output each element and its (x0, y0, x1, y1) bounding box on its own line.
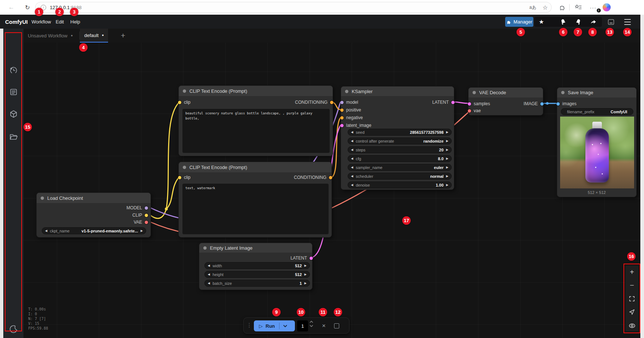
input-images[interactable]: images (556, 101, 577, 107)
widget-sampler-name[interactable]: ◀ sampler_name euler ▶ (348, 164, 452, 171)
run-button[interactable]: ▷ Run (254, 320, 295, 331)
widget-increment-icon[interactable]: ▶ (446, 184, 448, 187)
node-clip-text-encode-negative[interactable]: CLIP Text Encode (Prompt) clip CONDITION… (178, 162, 332, 238)
widget-decrement-icon[interactable]: ◀ (351, 131, 353, 134)
widget-steps[interactable]: ◀ steps 20 ▶ (348, 146, 452, 153)
widget-decrement-icon[interactable]: ◀ (351, 184, 353, 187)
node-titlebar[interactable]: KSampler (341, 87, 454, 96)
fit-view-icon[interactable] (625, 293, 639, 305)
conditioning-slot-dot[interactable] (340, 116, 344, 120)
vae-slot-dot[interactable] (468, 109, 471, 113)
output-model[interactable]: MODEL (126, 205, 148, 211)
widget-seed[interactable]: ◀ seed 285615773257598 ▶ (348, 129, 452, 136)
browser-back-icon[interactable]: ← (7, 0, 16, 15)
hamburger-menu-icon[interactable] (622, 17, 633, 27)
widget-increment-icon[interactable]: ▶ (446, 140, 448, 143)
zoom-in-icon[interactable]: + (625, 266, 639, 278)
queue-history-icon[interactable] (3, 64, 23, 77)
clip-slot-dot[interactable] (178, 101, 181, 104)
latent-slot-dot[interactable] (451, 101, 455, 104)
tab-default[interactable]: default ● (80, 29, 108, 43)
stepper-down-icon[interactable] (310, 325, 313, 327)
output-conditioning[interactable]: CONDITIONING (295, 99, 333, 105)
prompt-textarea[interactable]: beautiful scenery nature glass bottle la… (182, 109, 330, 153)
widget-increment-icon[interactable]: ▶ (446, 148, 448, 151)
widget-control-after-generate[interactable]: ◀ control after generate randomize ▶ (348, 137, 452, 144)
input-model[interactable]: model (340, 99, 358, 105)
image-slot-dot[interactable] (556, 102, 560, 106)
widget-decrement-icon[interactable]: ◀ (351, 166, 353, 169)
widget-height[interactable]: ◀ height 512 ▶ (204, 271, 310, 278)
favorites-star-icon[interactable]: ★ (537, 17, 546, 27)
batch-count-stepper[interactable] (310, 321, 313, 327)
tab-unsaved-workflow[interactable]: Unsaved Workflow ● (23, 29, 77, 43)
node-titlebar[interactable]: CLIP Text Encode (Prompt) (179, 162, 332, 172)
collapse-dot-icon[interactable] (183, 166, 186, 169)
node-empty-latent-image[interactable]: Empty Latent Image LATENT ◀ width 512 ▶ … (199, 243, 312, 290)
new-tab-button[interactable]: + (116, 29, 130, 43)
widget-scheduler[interactable]: ◀ scheduler normal ▶ (348, 173, 452, 180)
manager-button[interactable]: Manager (505, 17, 533, 27)
output-conditioning[interactable]: CONDITIONING (294, 174, 332, 180)
collapse-dot-icon[interactable] (345, 90, 348, 93)
input-vae[interactable]: vae (468, 108, 481, 114)
latent-slot-dot[interactable] (310, 257, 313, 260)
generated-image-preview[interactable] (560, 117, 634, 188)
stop-icon[interactable] (334, 323, 339, 328)
favorite-star-icon[interactable]: ☆ (543, 4, 548, 11)
widget-decrement-icon[interactable]: ◀ (351, 175, 353, 178)
collapse-dot-icon[interactable] (183, 89, 186, 93)
input-positive[interactable]: positive (340, 107, 361, 113)
notification-bell-icon[interactable] (558, 17, 568, 27)
node-save-image[interactable]: Save Image images filename_prefix ComfyU… (557, 87, 637, 197)
model-slot-dot[interactable] (145, 206, 148, 210)
input-latent-image[interactable]: latent_image (340, 122, 371, 128)
node-library-icon[interactable] (3, 86, 23, 98)
node-vae-decode[interactable]: VAE Decode samples vae IMAGE (468, 87, 543, 115)
conditioning-slot-dot[interactable] (330, 101, 333, 104)
toggle-link-visibility-icon[interactable] (625, 320, 639, 331)
conditioning-slot-dot[interactable] (329, 176, 332, 179)
collapse-dot-icon[interactable] (473, 91, 476, 94)
widget-increment-icon[interactable]: ▶ (304, 282, 307, 285)
translate-icon[interactable]: aあ (529, 4, 536, 11)
model-slot-dot[interactable] (340, 101, 344, 104)
widget-decrement-icon[interactable]: ◀ (351, 148, 353, 151)
browser-refresh-icon[interactable]: ↻ (23, 0, 32, 15)
run-options-chevron-icon[interactable] (283, 325, 287, 327)
clear-queue-icon[interactable]: × (318, 320, 329, 331)
notification-bell-alt-icon[interactable] (573, 17, 583, 27)
output-latent[interactable]: LATENT (432, 99, 455, 105)
toolbar-drag-handle-icon[interactable]: ⋮ (247, 322, 251, 328)
stepper-up-icon[interactable] (310, 321, 313, 323)
conditioning-slot-dot[interactable] (340, 109, 344, 112)
node-clip-text-encode-positive[interactable]: CLIP Text Encode (Prompt) clip CONDITION… (178, 85, 333, 156)
node-titlebar[interactable]: CLIP Text Encode (Prompt) (179, 86, 333, 96)
batch-count-input[interactable]: 1 (297, 320, 308, 331)
node-load-checkpoint[interactable]: Load Checkpoint MODEL CLIP VAE ◀ ckpt_na… (36, 192, 151, 238)
bottom-panel-toggle-icon[interactable] (606, 17, 616, 27)
output-image[interactable]: IMAGE (523, 101, 544, 107)
menu-help[interactable]: Help (70, 15, 80, 29)
zoom-out-icon[interactable]: − (625, 279, 639, 291)
widget-increment-icon[interactable]: ▶ (141, 229, 143, 232)
output-latent[interactable]: LATENT (290, 255, 313, 261)
input-negative[interactable]: negative (340, 115, 363, 121)
widget-increment-icon[interactable]: ▶ (304, 273, 307, 276)
input-clip[interactable]: clip (178, 99, 190, 105)
widget-decrement-icon[interactable]: ◀ (45, 229, 47, 232)
image-slot-dot[interactable] (540, 102, 544, 106)
widget-increment-icon[interactable]: ▶ (446, 175, 448, 178)
widget-decrement-icon[interactable]: ◀ (351, 157, 353, 160)
node-titlebar[interactable]: VAE Decode (469, 88, 543, 98)
node-titlebar[interactable]: Empty Latent Image (199, 243, 312, 253)
output-clip[interactable]: CLIP (132, 212, 148, 218)
input-samples[interactable]: samples (468, 101, 490, 107)
widget-denoise[interactable]: ◀ denoise 1.00 ▶ (348, 181, 452, 188)
favorites-bar-icon[interactable] (574, 0, 583, 15)
widget-decrement-icon[interactable]: ◀ (208, 282, 210, 285)
clip-slot-dot[interactable] (145, 214, 148, 217)
collapse-dot-icon[interactable] (561, 91, 565, 94)
share-arrow-icon[interactable] (588, 17, 598, 27)
widget-decrement-icon[interactable]: ◀ (208, 273, 210, 276)
